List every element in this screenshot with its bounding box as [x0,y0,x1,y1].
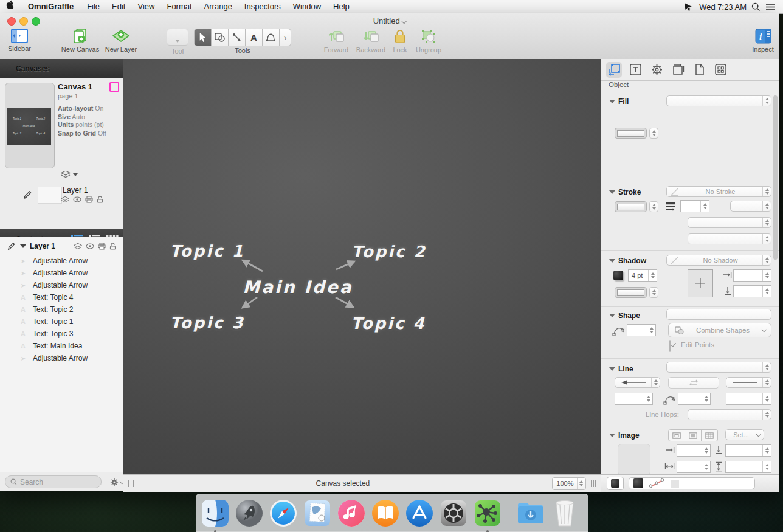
node-topic2[interactable]: Topic 2 [351,243,426,261]
zoom-control[interactable]: 100% [552,477,585,490]
line-hops-dropdown[interactable] [688,409,771,420]
fill-color-well[interactable] [615,128,658,139]
dock-mail[interactable] [302,498,333,528]
shadow-v-offset-field[interactable] [733,285,771,297]
menu-arrange[interactable]: Arrange [198,0,238,13]
search-options-button[interactable] [110,478,123,486]
stroke-pattern-dropdown[interactable] [688,233,771,244]
backward-button[interactable]: Backward [354,29,388,54]
node-main-idea[interactable]: Main Idea [243,277,353,297]
combine-shapes-dropdown[interactable]: Combine Shapes [668,323,771,337]
pointer-status-icon[interactable] [683,2,694,12]
stroke-corner-dropdown[interactable] [688,217,771,228]
layer-stack-icon[interactable] [61,196,69,203]
dock-itunes[interactable] [336,498,367,528]
sidebar-toggle-button[interactable]: Sidebar [5,29,34,52]
shape-header[interactable]: Shape [609,311,640,320]
image-set-dropdown[interactable]: Set... [725,429,764,440]
notification-center-icon[interactable] [765,3,776,11]
inspector-scrollbar[interactable] [773,95,778,260]
stroke-header[interactable]: Stroke [609,188,641,196]
pen-tool-button[interactable] [263,29,280,46]
fill-header[interactable]: Fill [609,97,629,106]
dock-finder[interactable] [200,498,230,528]
dock-downloads[interactable] [516,498,546,528]
menu-inspectors[interactable]: Inspectors [238,0,287,13]
menu-help[interactable]: Help [327,0,356,13]
image-header[interactable]: Image [609,431,640,440]
dock-system-preferences[interactable] [438,498,469,528]
image-v-size-field[interactable] [725,461,771,473]
new-layer-button[interactable]: New Layer [104,29,138,53]
layer-visibility-icon[interactable] [86,243,94,249]
dock-omnigraffle[interactable] [472,498,503,528]
menu-window[interactable]: Window [287,0,327,13]
layer-print-icon[interactable] [85,196,93,203]
list-item[interactable]: AText: Topic 4 [0,291,123,303]
more-tools-button[interactable]: › [280,29,291,46]
node-topic1[interactable]: Topic 1 [170,242,244,260]
tab-document[interactable] [691,62,707,78]
shadow-blur-field[interactable]: 4 pt [628,269,657,282]
layer-name[interactable]: Layer 1 [63,186,88,195]
layer-stack-icon[interactable] [74,243,82,250]
zoom-stepper[interactable] [577,478,585,489]
stroke-type-dropdown[interactable]: No Stroke [666,186,771,197]
fill-type-dropdown[interactable] [666,95,771,106]
dock-launchpad[interactable] [234,498,264,528]
image-h-size-field[interactable] [677,461,711,473]
lock-button[interactable]: Lock [390,29,410,54]
ungroup-button[interactable]: Ungroup [412,29,445,54]
new-canvas-button[interactable]: New Canvas [61,29,99,53]
list-item[interactable]: ➤Adjustable Arrow [0,255,123,267]
title-chevron-icon[interactable] [402,19,407,24]
dock-trash[interactable] [550,498,580,528]
shadow-h-offset-field[interactable] [733,269,771,282]
layer-lock-icon[interactable] [97,196,103,203]
apple-menu[interactable] [0,0,21,14]
layer-lock-icon[interactable] [109,243,116,250]
style-swatch-button[interactable] [607,477,624,490]
edit-points-checkbox[interactable] [669,340,671,352]
canvas-name[interactable]: Canvas 1 [58,82,92,91]
contents-layer-row[interactable]: Layer 1 [0,240,123,252]
line-field-1[interactable] [615,393,653,405]
stroke-style-chip[interactable] [648,478,666,489]
line-end-arrow-dropdown[interactable] [726,377,771,388]
image-preview-well[interactable] [618,444,650,475]
forward-button[interactable]: Forward [321,29,351,54]
list-item[interactable]: AText: Topic 2 [0,303,123,316]
image-style-chip[interactable] [671,480,679,488]
layer-print-icon[interactable] [98,243,106,250]
menu-file[interactable]: File [81,0,106,13]
disclosure-triangle-icon[interactable] [20,244,26,248]
tab-properties[interactable] [649,62,664,78]
search-input[interactable]: Search [5,475,102,488]
line-field-3[interactable] [726,393,771,405]
line-type-dropdown[interactable] [666,362,771,373]
stroke-style-dropdown[interactable] [730,201,771,212]
image-v-offset-field[interactable] [725,444,771,457]
image-h-offset-field[interactable] [677,444,711,457]
swap-endpoints-button[interactable] [668,377,719,389]
list-item[interactable]: AText: Topic 1 [0,316,123,328]
dock-appstore[interactable] [404,498,435,528]
menu-view[interactable]: View [131,0,160,13]
splitter-grip-icon[interactable] [128,480,134,487]
list-item[interactable]: ➤Adjustable Arrow [0,352,123,364]
shape-radius-field[interactable] [627,324,656,336]
selection-tool-button[interactable] [194,29,212,46]
node-topic3[interactable]: Topic 3 [170,314,244,332]
image-stretch-button[interactable] [685,429,702,441]
fill-style-chip[interactable] [633,478,643,488]
tab-canvas-size[interactable] [670,62,686,78]
tool-dropdown[interactable]: Tool [164,29,191,55]
splitter-grip-icon[interactable] [591,480,596,487]
inspect-button[interactable]: i Inspect [748,29,778,53]
menu-format[interactable]: Format [160,0,198,13]
shape-dropdown[interactable] [666,309,771,320]
shadow-header[interactable]: Shadow [609,257,646,265]
line-tool-button[interactable] [229,29,246,46]
layer-visibility-icon[interactable] [73,196,81,202]
app-menu[interactable]: OmniGraffle [21,0,81,13]
